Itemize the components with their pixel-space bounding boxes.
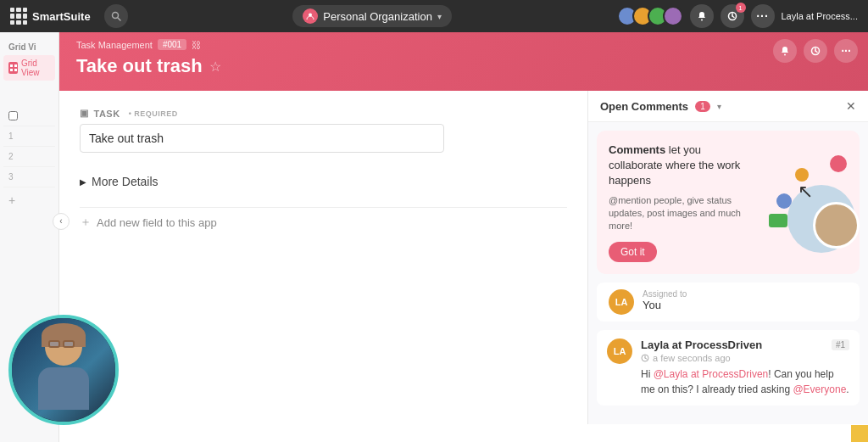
content-body: ▣ TASK • REQUIRED ▶ More Details ＋ Add n… [59, 91, 868, 424]
header-clock-icon [810, 46, 821, 56]
link-icon: ⛓ [192, 40, 201, 50]
svg-rect-16 [10, 69, 13, 71]
notification-button[interactable]: 1 [721, 4, 744, 28]
header-bell-button[interactable] [773, 39, 797, 63]
assigned-content: Assigned to You [643, 289, 848, 315]
svg-rect-14 [10, 64, 13, 67]
row-2: 2 [3, 146, 55, 166]
navbar: SmartSuite Personal Organization ▾ [0, 0, 868, 32]
row-checkboxes: 1 2 3 + [3, 106, 55, 213]
task-title-row: Take out trash ☆ [76, 55, 851, 77]
header-row [3, 106, 55, 126]
illus-card-green [769, 214, 787, 227]
task-input[interactable] [80, 124, 444, 153]
svg-line-6 [732, 16, 734, 18]
person-glasses [48, 340, 79, 348]
grid-view-header: Grid Vi [3, 39, 55, 55]
commenter-avatar: LA [607, 338, 632, 364]
row-number-1: 1 [8, 131, 14, 141]
person-icon [306, 12, 314, 20]
breadcrumb: Task Management #001 ⛓ [76, 39, 851, 50]
task-field-icon: ▣ [80, 108, 89, 119]
main-content: Task Management #001 ⛓ Take out trash ☆ [59, 32, 868, 442]
comment-item-card: LA Layla at ProcessDriven #1 [597, 330, 860, 406]
comments-chevron-icon[interactable]: ▾ [717, 102, 721, 111]
logo-dot [23, 14, 27, 18]
header-clock-button[interactable] [804, 39, 827, 63]
glass-right [63, 340, 75, 348]
search-icon [111, 11, 121, 21]
svg-line-1 [118, 18, 120, 20]
assigned-avatar: LA [609, 289, 634, 315]
assigned-item: LA Assigned to You [597, 283, 860, 322]
logo-dot [23, 8, 27, 12]
add-field-button[interactable]: ＋ Add new field to this app [80, 207, 567, 237]
comments-count-badge: 1 [695, 101, 710, 112]
assigned-value: You [643, 299, 848, 311]
comments-close-button[interactable]: ✕ [846, 99, 856, 113]
search-button[interactable] [104, 4, 128, 28]
project-name: Personal Organization [323, 10, 432, 23]
header-notification-button[interactable]: ··· [834, 39, 858, 63]
assigned-label: Assigned to [643, 289, 848, 299]
grid-squares-icon [10, 64, 17, 71]
logo-dot [16, 20, 20, 25]
svg-line-10 [815, 51, 817, 53]
select-all-checkbox[interactable] [8, 111, 18, 120]
person-silhouette [25, 328, 102, 422]
promo-illustration: ↖ [732, 131, 860, 274]
more-options-button[interactable]: ··· [751, 4, 775, 28]
grid-icon [8, 62, 18, 74]
task-field-label: ▣ TASK • REQUIRED [80, 108, 567, 119]
svg-point-3 [701, 20, 703, 21]
promo-got-it-button[interactable]: Got it [609, 242, 657, 262]
star-button[interactable]: ☆ [209, 59, 221, 75]
task-title: Take out trash [76, 55, 203, 77]
comment-text: Hi @Layla at ProcessDriven! Can you help… [641, 366, 849, 397]
more-icon: ··· [756, 9, 769, 23]
navbar-right: 1 ··· Layla at Process... [617, 4, 859, 28]
cursor-icon: ↖ [798, 181, 813, 203]
form-area: ▣ TASK • REQUIRED ▶ More Details ＋ Add n… [59, 91, 588, 424]
logo-dot [10, 14, 14, 18]
comment-number-badge: #1 [832, 339, 849, 350]
plus-icon: ＋ [80, 215, 92, 230]
collapse-arrow-icon: ‹ [59, 216, 62, 226]
logo-dot [16, 14, 20, 18]
user-avatars [617, 6, 683, 26]
yellow-corner-indicator [851, 425, 868, 442]
comments-area: Open Comments 1 ▾ ✕ Comments let you col… [588, 91, 868, 424]
svg-point-0 [112, 13, 118, 19]
svg-rect-15 [14, 64, 17, 67]
task-id-badge: #001 [158, 39, 186, 50]
comment-content: Layla at ProcessDriven #1 a few seconds … [641, 338, 849, 397]
svg-line-13 [645, 358, 647, 359]
task-header: Task Management #001 ⛓ Take out trash ☆ [59, 32, 868, 91]
row-number-2: 2 [8, 152, 14, 161]
comments-title: Open Comments [600, 100, 688, 113]
add-row-icon: + [8, 193, 15, 207]
add-row-button[interactable]: + [3, 187, 55, 213]
comment-time: a few seconds ago [641, 353, 849, 363]
project-selector[interactable]: Personal Organization ▾ [292, 5, 452, 27]
illus-dot-orange [795, 168, 809, 182]
svg-rect-17 [14, 69, 17, 71]
sidebar-collapse-button[interactable]: ‹ [53, 213, 70, 230]
promo-heading-text: Comments let you collaborate where the w… [609, 143, 744, 189]
logo-dot [23, 20, 27, 25]
notification-badge: 1 [736, 3, 746, 13]
more-details-toggle[interactable]: ▶ More Details [80, 170, 567, 193]
svg-point-7 [784, 54, 786, 56]
row-number-3: 3 [8, 172, 14, 182]
user-avatar [663, 6, 683, 26]
grid-view-item[interactable]: Grid View [3, 55, 55, 81]
bell-button[interactable] [690, 4, 714, 28]
assigned-comment: LA Assigned to You [609, 289, 848, 315]
comments-body: Comments let you collaborate where the w… [588, 122, 868, 424]
user-label: Layla at Process... [782, 11, 859, 21]
project-chevron-icon: ▾ [437, 12, 442, 21]
person-head [45, 328, 82, 366]
more-details-arrow-icon: ▶ [80, 177, 86, 187]
mention-everyone: @Everyone [793, 383, 846, 395]
person-body [38, 367, 89, 410]
